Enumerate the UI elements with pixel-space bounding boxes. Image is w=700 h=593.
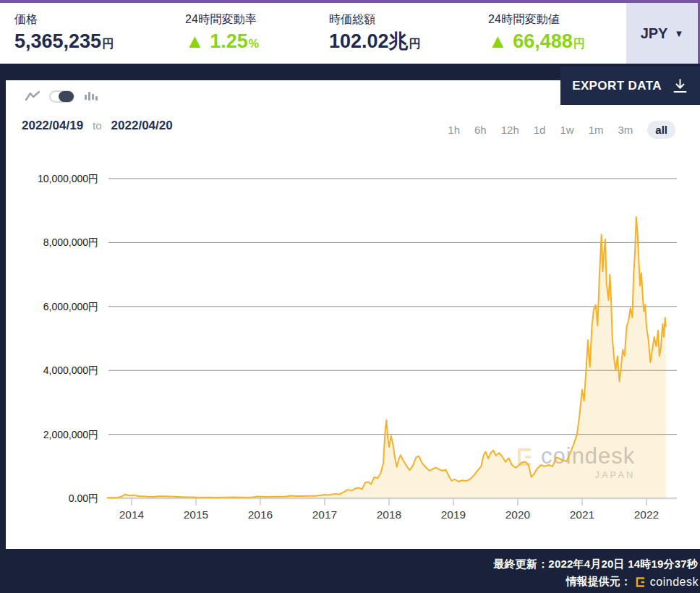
x-tick-label: 2016 xyxy=(248,508,273,521)
stat-24h-change-rate: 24時間変動率 ▲ 1.25% xyxy=(185,12,259,51)
stat-24h-change-value: 24時間変動値 ▲ 66,488円 xyxy=(488,12,585,51)
x-tick-label: 2018 xyxy=(377,508,401,521)
range-button-12h[interactable]: 12h xyxy=(501,124,519,136)
range-button-all[interactable]: all xyxy=(647,121,675,139)
date-to-field[interactable]: 2022/04/20 xyxy=(111,119,173,133)
chart-type-controls xyxy=(25,90,99,103)
stat-price-label: 価格 xyxy=(14,12,114,27)
stat-market-cap-label: 時価総額 xyxy=(329,12,421,27)
range-button-3m[interactable]: 3m xyxy=(618,124,633,136)
stat-24h-change-value-value: ▲ 66,488円 xyxy=(488,31,585,51)
y-tick-label: 0.00円 xyxy=(69,492,98,504)
stat-24h-change-rate-value: ▲ 1.25% xyxy=(185,31,259,51)
stat-market-cap: 時価総額 102.02兆円 xyxy=(329,12,421,51)
export-data-button[interactable]: EXPORT DATA xyxy=(560,67,700,105)
export-data-label: EXPORT DATA xyxy=(572,79,662,93)
y-tick-label: 10,000,000円 xyxy=(38,173,98,184)
toggle-knob xyxy=(59,91,74,102)
candlestick-chart-icon[interactable] xyxy=(84,90,99,103)
x-tick-label: 2021 xyxy=(570,508,594,521)
chart-panel: coindesk JAPAN 10,000,000円8,000,000円6,00… xyxy=(6,80,700,549)
data-source-label: 情報提供元： xyxy=(566,575,631,589)
stat-price: 価格 5,365,235円 xyxy=(14,12,114,51)
range-button-6h[interactable]: 6h xyxy=(474,124,487,136)
stat-market-cap-value: 102.02兆円 xyxy=(329,31,421,51)
currency-dropdown[interactable]: JPY ▼ xyxy=(626,3,700,64)
stat-price-value: 5,365,235円 xyxy=(14,31,114,51)
x-tick-label: 2014 xyxy=(119,508,145,521)
data-source-name: coindesk xyxy=(650,576,699,589)
x-tick-label: 2019 xyxy=(441,508,466,521)
price-chart[interactable]: 10,000,000円8,000,000円6,000,000円4,000,000… xyxy=(6,80,700,549)
x-tick-label: 2022 xyxy=(634,508,659,521)
range-button-1h[interactable]: 1h xyxy=(448,124,460,136)
line-chart-icon[interactable] xyxy=(25,90,40,102)
stat-24h-change-rate-label: 24時間変動率 xyxy=(185,12,259,27)
range-button-1d[interactable]: 1d xyxy=(534,124,546,136)
date-range-separator: to xyxy=(93,119,102,132)
x-tick-label: 2017 xyxy=(312,508,337,521)
time-range-buttons: 1h 6h 12h 1d 1w 1m 3m all xyxy=(448,121,675,139)
x-tick-label: 2015 xyxy=(184,508,208,521)
y-tick-label: 4,000,000円 xyxy=(43,364,98,376)
x-tick-label: 2020 xyxy=(505,508,531,521)
y-tick-label: 8,000,000円 xyxy=(43,236,98,248)
date-range: 2022/04/19 to 2022/04/20 xyxy=(22,119,173,133)
chevron-down-icon: ▼ xyxy=(674,28,683,39)
price-widget: 価格 5,365,235円 24時間変動率 ▲ 1.25% 時価総額 102.0… xyxy=(0,0,700,593)
coindesk-logo-icon xyxy=(635,576,646,588)
currency-dropdown-value: JPY xyxy=(641,25,668,42)
status-bar: 最終更新：2022年4月20日 14時19分37秒 情報提供元： coindes… xyxy=(0,549,700,593)
data-source: 情報提供元： coindesk xyxy=(566,575,699,589)
price-header: 価格 5,365,235円 24時間変動率 ▲ 1.25% 時価総額 102.0… xyxy=(0,3,700,64)
range-button-1m[interactable]: 1m xyxy=(589,124,604,136)
y-tick-label: 2,000,000円 xyxy=(43,429,98,440)
date-from-field[interactable]: 2022/04/19 xyxy=(22,119,83,133)
range-button-1w[interactable]: 1w xyxy=(560,124,573,136)
last-updated-text: 最終更新：2022年4月20日 14時19分37秒 xyxy=(493,558,698,571)
y-tick-label: 6,000,000円 xyxy=(43,301,98,312)
chart-type-toggle[interactable] xyxy=(49,90,74,103)
price-area-fill xyxy=(107,217,666,498)
stat-24h-change-value-label: 24時間変動値 xyxy=(488,12,585,27)
download-icon xyxy=(672,78,688,94)
